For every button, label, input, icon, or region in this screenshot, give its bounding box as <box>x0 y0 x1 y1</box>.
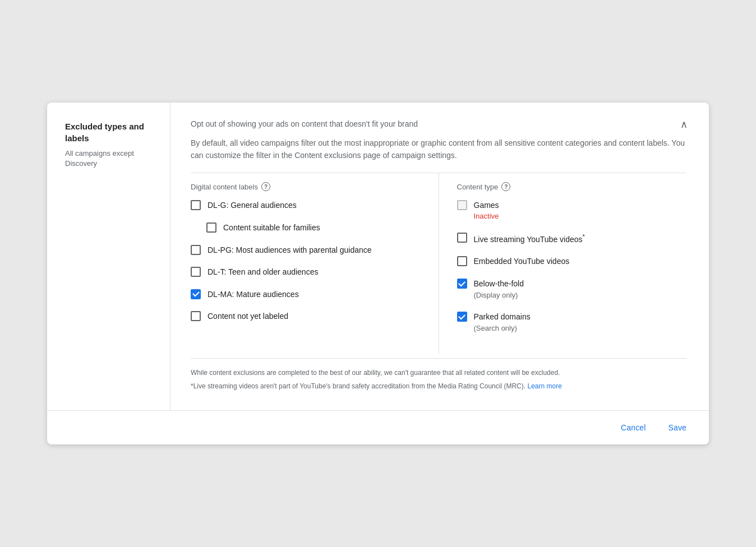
list-item: Below-the-fold(Display only) <box>457 279 687 300</box>
dl-pg-label: DL-PG: Most audiences with parental guid… <box>208 245 372 256</box>
dl-pg-checkbox[interactable] <box>191 245 201 255</box>
embedded-checkbox[interactable] <box>457 256 467 266</box>
list-item: Content suitable for families <box>191 222 421 234</box>
list-item: DL-T: Teen and older audiences <box>191 267 421 278</box>
footnote-1: While content exclusions are completed t… <box>191 368 686 378</box>
sidebar: Excluded types and labels All campaigns … <box>47 103 170 411</box>
below-fold-label: Below-the-fold(Display only) <box>474 279 524 300</box>
intro-text: Opt out of showing your ads on content t… <box>191 118 686 130</box>
dl-ma-label: DL-MA: Mature audiences <box>208 289 299 300</box>
columns-container: Digital content labels ? DL-G: General a… <box>191 173 686 354</box>
dl-t-label: DL-T: Teen and older audiences <box>208 267 318 278</box>
dl-t-checkbox[interactable] <box>191 267 201 277</box>
games-inactive-badge: Inactive <box>474 211 499 221</box>
content-type-header: Content type ? <box>457 182 687 191</box>
learn-more-link[interactable]: Learn more <box>527 382 561 390</box>
dl-g-family-checkbox[interactable] <box>206 222 216 233</box>
list-item: Parked domains(Search only) <box>457 312 687 333</box>
list-item: Content not yet labeled <box>191 311 421 322</box>
embedded-label: Embedded YouTube videos <box>474 256 570 267</box>
digital-labels-help-icon[interactable]: ? <box>261 182 270 191</box>
collapse-button[interactable]: ∧ <box>679 118 689 131</box>
digital-labels-column: Digital content labels ? DL-G: General a… <box>191 173 439 354</box>
sidebar-title: Excluded types and labels <box>65 120 156 144</box>
dl-g-label: DL-G: General audiences <box>208 200 297 211</box>
dl-unlabeled-checkbox[interactable] <box>191 311 201 321</box>
list-item: DL-G: General audiences <box>191 200 421 211</box>
dl-unlabeled-label: Content not yet labeled <box>208 311 288 322</box>
save-button[interactable]: Save <box>666 420 689 435</box>
dl-g-checkbox[interactable] <box>191 200 201 210</box>
content-type-column: Content type ? Games Inactive <box>439 173 687 354</box>
games-checkbox <box>457 200 467 210</box>
modal-container: Excluded types and labels All campaigns … <box>47 103 709 445</box>
list-item: Live streaming YouTube videos* <box>457 233 687 245</box>
footnote-2: *Live streaming videos aren't part of Yo… <box>191 381 686 391</box>
main-content: ∧ Opt out of showing your ads on content… <box>170 103 709 411</box>
description-text: By default, all video campaigns filter o… <box>191 137 686 162</box>
modal-footer: Cancel Save <box>47 410 709 444</box>
dl-ma-checkbox[interactable] <box>191 289 201 299</box>
list-item: DL-MA: Mature audiences <box>191 289 421 300</box>
list-item: Games Inactive <box>457 200 687 221</box>
parked-domains-checkbox[interactable] <box>457 312 467 322</box>
modal-body: Excluded types and labels All campaigns … <box>47 103 709 411</box>
footnote-block: While content exclusions are completed t… <box>191 358 686 391</box>
live-streaming-label: Live streaming YouTube videos* <box>474 233 585 245</box>
dl-g-family-label: Content suitable for families <box>223 222 320 234</box>
parked-domains-label: Parked domains(Search only) <box>474 312 531 333</box>
live-streaming-checkbox[interactable] <box>457 233 467 243</box>
cancel-button[interactable]: Cancel <box>619 420 648 435</box>
content-type-help-icon[interactable]: ? <box>501 182 510 191</box>
below-fold-checkbox[interactable] <box>457 279 467 289</box>
games-label: Games Inactive <box>474 200 499 221</box>
footnote-2-text: *Live streaming videos aren't part of Yo… <box>191 382 525 390</box>
sidebar-subtitle: All campaigns except Discovery <box>65 149 156 169</box>
list-item: Embedded YouTube videos <box>457 256 687 267</box>
digital-labels-header: Digital content labels ? <box>191 182 421 191</box>
list-item: DL-PG: Most audiences with parental guid… <box>191 245 421 256</box>
